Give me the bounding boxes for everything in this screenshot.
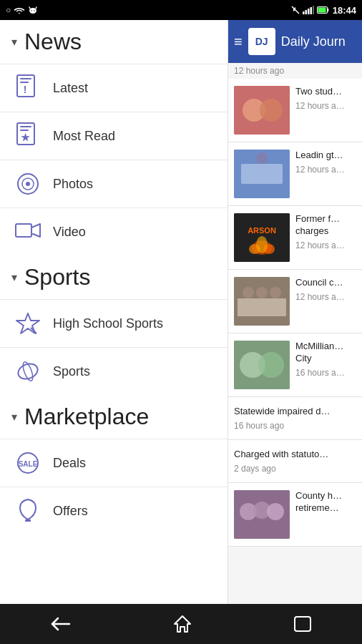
news-item-6[interactable]: Statewide impaired d… 16 hours ago bbox=[228, 397, 362, 440]
news-time-2: 12 hours a… bbox=[295, 165, 356, 175]
signal-icon bbox=[303, 6, 314, 14]
clock: 18:44 bbox=[333, 5, 356, 16]
svg-marker-58 bbox=[175, 616, 190, 632]
circle-icon: ○ bbox=[6, 5, 11, 15]
time-label-top: 12 hours ago bbox=[228, 63, 362, 79]
news-time-7: 2 days ago bbox=[234, 464, 356, 474]
news-chevron-icon: ▾ bbox=[11, 35, 17, 49]
news-thumb-4 bbox=[234, 277, 290, 326]
wifi-icon bbox=[14, 6, 25, 14]
sports-section-title: Sports bbox=[24, 264, 90, 291]
video-icon bbox=[14, 218, 41, 245]
news-info-1: Two stud… 12 hours a… bbox=[295, 86, 356, 111]
svg-rect-59 bbox=[295, 617, 310, 631]
news-time-4: 12 hours a… bbox=[295, 292, 356, 302]
news-item-2[interactable]: Leadin gt… 12 hours a… bbox=[228, 142, 362, 206]
offers-label: Offers bbox=[53, 504, 88, 519]
svg-point-38 bbox=[256, 152, 268, 164]
news-info-8: County h… retireme… bbox=[295, 490, 356, 517]
sidebar-item-sports[interactable]: Sports bbox=[0, 347, 228, 395]
hamburger-icon[interactable]: ≡ bbox=[234, 34, 243, 50]
marketplace-section-header[interactable]: ▾ Marketplace bbox=[0, 395, 228, 439]
news-title-7: Charged with statuto… bbox=[234, 449, 356, 461]
marketplace-section-title: Marketplace bbox=[24, 404, 149, 430]
svg-rect-6 bbox=[303, 11, 305, 14]
news-info-2: Leadin gt… 12 hours a… bbox=[295, 150, 356, 175]
home-button[interactable] bbox=[167, 609, 197, 639]
photos-label: Photos bbox=[53, 177, 93, 192]
news-item-4[interactable]: Council c… 12 hours a… bbox=[228, 270, 362, 333]
news-item-7[interactable]: Charged with statuto… 2 days ago bbox=[228, 440, 362, 483]
content-panel: ≡ DJ Daily Journ 12 hours ago Two stud… … bbox=[228, 20, 362, 604]
svg-line-1 bbox=[29, 7, 30, 9]
logo-text: DJ bbox=[255, 36, 268, 47]
header-title: Daily Journ bbox=[281, 34, 346, 49]
sidebar: ▾ News ! Latest ★ bbox=[0, 20, 228, 604]
most-read-label: Most Read bbox=[53, 129, 115, 144]
svg-rect-46 bbox=[238, 298, 286, 316]
svg-rect-14 bbox=[20, 78, 31, 79]
sidebar-item-offers[interactable]: Offers bbox=[0, 487, 228, 535]
deals-icon: SALE bbox=[14, 449, 41, 477]
svg-rect-10 bbox=[313, 6, 314, 14]
sports-icon bbox=[14, 358, 41, 385]
mute-icon bbox=[291, 6, 300, 14]
svg-rect-8 bbox=[308, 9, 310, 14]
sidebar-item-most-read[interactable]: ★ Most Read bbox=[0, 112, 228, 160]
news-time-1: 12 hours a… bbox=[295, 101, 356, 111]
sidebar-item-video[interactable]: Video bbox=[0, 208, 228, 255]
recent-button[interactable] bbox=[288, 610, 317, 638]
back-button[interactable] bbox=[45, 610, 77, 638]
news-time-6: 16 hours ago bbox=[234, 421, 356, 431]
news-title-3: Former f… charges bbox=[295, 213, 356, 238]
logo-box: DJ bbox=[248, 28, 275, 55]
svg-rect-18 bbox=[20, 126, 31, 127]
svg-point-35 bbox=[260, 99, 283, 122]
svg-rect-32 bbox=[25, 519, 31, 522]
sidebar-item-deals[interactable]: SALE Deals bbox=[0, 439, 228, 487]
news-title-4: Council c… bbox=[295, 277, 356, 289]
deals-label: Deals bbox=[53, 456, 86, 471]
news-thumb-3: ARSON bbox=[234, 213, 290, 262]
svg-point-23 bbox=[26, 182, 30, 186]
svg-point-4 bbox=[34, 10, 35, 11]
svg-point-49 bbox=[270, 287, 281, 298]
news-item-8[interactable]: County h… retireme… bbox=[228, 483, 362, 547]
news-item-1[interactable]: Two stud… 12 hours a… bbox=[228, 79, 362, 142]
content-header: ≡ DJ Daily Journ bbox=[228, 20, 362, 63]
news-title-6: Statewide impaired d… bbox=[234, 406, 356, 418]
news-item-3[interactable]: ARSON Former f… charges 12 hours a… bbox=[228, 206, 362, 270]
photos-icon bbox=[14, 170, 41, 197]
svg-text:ARSON: ARSON bbox=[248, 226, 276, 235]
news-info-5: McMillian… City 16 hours a… bbox=[295, 341, 356, 378]
main-layout: ▾ News ! Latest ★ bbox=[0, 20, 362, 604]
sports-section-header[interactable]: ▾ Sports bbox=[0, 255, 228, 299]
sidebar-item-photos[interactable]: Photos bbox=[0, 160, 228, 208]
sports-label: Sports bbox=[53, 364, 90, 379]
news-time-3: 12 hours a… bbox=[295, 240, 356, 250]
news-title-2: Leadin gt… bbox=[295, 150, 356, 162]
video-label: Video bbox=[53, 225, 86, 240]
android-icon bbox=[28, 5, 38, 15]
svg-text:!: ! bbox=[24, 84, 27, 95]
high-school-sports-icon bbox=[14, 310, 41, 337]
sidebar-item-high-school-sports[interactable]: High School Sports bbox=[0, 299, 228, 347]
offers-icon bbox=[14, 497, 41, 525]
high-school-sports-label: High School Sports bbox=[53, 316, 163, 331]
status-right-icons: 18:44 bbox=[291, 5, 356, 16]
news-item-5[interactable]: McMillian… City 16 hours a… bbox=[228, 333, 362, 397]
svg-marker-25 bbox=[31, 224, 40, 237]
svg-line-2 bbox=[36, 7, 36, 9]
news-thumb-8 bbox=[234, 490, 290, 539]
news-info-3: Former f… charges 12 hours a… bbox=[295, 213, 356, 250]
latest-icon: ! bbox=[14, 74, 41, 102]
svg-point-52 bbox=[258, 352, 284, 378]
svg-point-48 bbox=[256, 287, 268, 298]
sidebar-item-latest[interactable]: ! Latest bbox=[0, 64, 228, 112]
news-section-header[interactable]: ▾ News bbox=[0, 20, 228, 64]
news-title-5: McMillian… City bbox=[295, 341, 356, 365]
svg-rect-19 bbox=[20, 130, 29, 131]
news-thumb-5 bbox=[234, 341, 290, 389]
svg-rect-15 bbox=[20, 82, 29, 83]
svg-text:SALE: SALE bbox=[19, 460, 38, 468]
